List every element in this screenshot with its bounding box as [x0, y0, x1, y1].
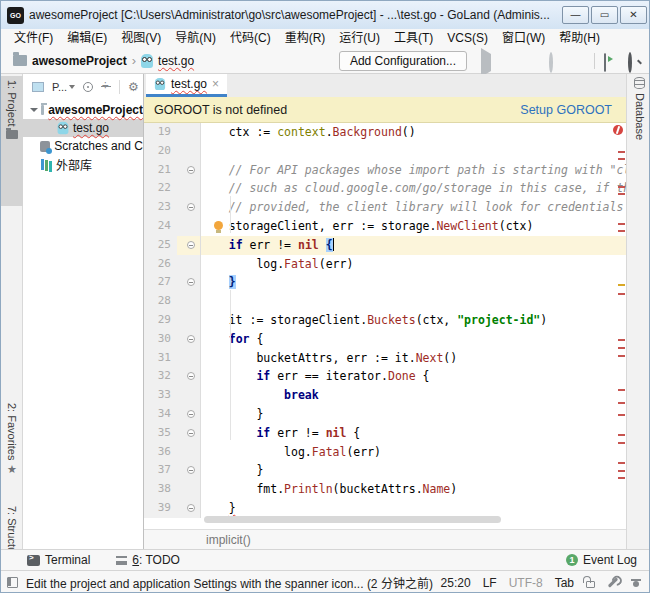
code-text[interactable]: for {	[201, 330, 626, 349]
code-line-38[interactable]: 38 fmt.Println(bucketAttrs.Name)	[144, 480, 626, 499]
fold-gutter[interactable]	[177, 499, 201, 518]
locate-file-icon[interactable]	[83, 82, 93, 92]
fold-marker-icon[interactable]	[187, 335, 195, 343]
error-stripe-mark[interactable]	[618, 223, 625, 225]
run-button[interactable]	[479, 54, 493, 68]
title-bar[interactable]: GO awesomeProject [C:\Users\Administrato…	[1, 1, 650, 29]
tool-stripe-structure[interactable]: 7: Structure	[1, 502, 23, 548]
error-stripe-mark[interactable]	[618, 339, 625, 341]
inspection-error-indicator[interactable]	[613, 125, 623, 135]
error-stripe-mark[interactable]	[618, 442, 625, 444]
tool-stripe-project[interactable]: 1: Project	[1, 76, 23, 206]
breadcrumb-function[interactable]: implicit()	[206, 533, 251, 547]
error-stripe-mark[interactable]	[618, 470, 625, 472]
tool-stripe-favorites[interactable]: 2: Favorites ★	[1, 399, 23, 502]
error-stripe-mark[interactable]	[618, 434, 625, 436]
wrench-icon[interactable]	[608, 577, 619, 588]
profiler-button[interactable]	[548, 54, 562, 68]
code-line-32[interactable]: 32 if err == iterator.Done {	[144, 367, 626, 386]
error-stripe-mark[interactable]	[618, 462, 625, 464]
tool-stripe-database[interactable]: Database	[627, 77, 650, 140]
code-text[interactable]: fmt.Println(bucketAttrs.Name)	[201, 480, 626, 499]
tab-test-go[interactable]: test.go ×	[146, 74, 227, 97]
caret-position[interactable]: 25:20	[441, 576, 471, 590]
code-text[interactable]: storageClient, err := storage.NewClient(…	[201, 217, 626, 236]
maximize-button[interactable]: ▭	[591, 6, 618, 24]
fold-gutter[interactable]	[177, 349, 201, 368]
fold-gutter[interactable]	[177, 405, 201, 424]
fold-marker-icon[interactable]	[187, 504, 195, 512]
menu-item[interactable]: 窗口(W)	[495, 29, 552, 48]
menu-item[interactable]: 运行(U)	[332, 29, 387, 48]
code-line-20[interactable]: 20	[144, 142, 626, 161]
code-line-27[interactable]: 27 }	[144, 273, 626, 292]
menu-item[interactable]: 文件(F)	[7, 29, 60, 48]
tree-item-scratches-and-c[interactable]: Scratches and C	[23, 137, 143, 155]
fold-gutter[interactable]	[177, 161, 201, 180]
breadcrumb-file[interactable]: test.go	[158, 54, 194, 68]
horizontal-scrollbar[interactable]	[204, 516, 501, 523]
menu-item[interactable]: 工具(T)	[387, 29, 440, 48]
fold-gutter[interactable]	[177, 142, 201, 161]
error-stripe-mark[interactable]	[618, 414, 625, 416]
fold-marker-icon[interactable]	[187, 241, 195, 249]
code-line-35[interactable]: 35 if err != nil {	[144, 424, 626, 443]
fold-marker-icon[interactable]	[187, 203, 195, 211]
close-tab-icon[interactable]: ×	[212, 78, 219, 90]
project-view-selector[interactable]: P...	[52, 81, 75, 93]
code-line-37[interactable]: 37 }	[144, 461, 626, 480]
code-line-22[interactable]: 22 // such as cloud.google.com/go/storag…	[144, 179, 626, 198]
run-coverage-button[interactable]	[525, 54, 539, 68]
error-stripe-mark[interactable]	[618, 186, 625, 188]
menu-item[interactable]: 导航(N)	[168, 29, 223, 48]
code-text[interactable]: }	[201, 461, 626, 480]
error-stripe-mark[interactable]	[618, 293, 625, 295]
code-text[interactable]: }	[201, 499, 626, 518]
fold-marker-icon[interactable]	[187, 466, 195, 474]
error-stripe-mark[interactable]	[618, 402, 625, 404]
code-text[interactable]: log.Fatal(err)	[201, 443, 626, 462]
line-separator[interactable]: LF	[483, 576, 497, 590]
tree-item-awesomeproject[interactable]: awesomeProject	[23, 101, 143, 119]
fold-marker-icon[interactable]	[187, 429, 195, 437]
menu-item[interactable]: VCS(S)	[440, 29, 495, 48]
add-configuration-button[interactable]: Add Configuration...	[339, 51, 467, 71]
intention-bulb-icon[interactable]	[214, 221, 223, 230]
code-line-29[interactable]: 29 it := storageClient.Buckets(ctx, "pro…	[144, 311, 626, 330]
fold-gutter[interactable]	[177, 273, 201, 292]
fold-gutter[interactable]	[177, 386, 201, 405]
code-text[interactable]: ctx := context.Background()	[201, 123, 626, 142]
code-text[interactable]: it := storageClient.Buckets(ctx, "projec…	[201, 311, 626, 330]
error-stripe-mark[interactable]	[618, 158, 625, 160]
code-line-26[interactable]: 26 log.Fatal(err)	[144, 255, 626, 274]
minimize-button[interactable]: —	[562, 6, 589, 24]
menu-item[interactable]: 视图(V)	[114, 29, 168, 48]
code-text[interactable]: }	[201, 273, 626, 292]
code-line-39[interactable]: 39 }	[144, 499, 626, 518]
search-everywhere-icon[interactable]	[627, 54, 641, 68]
fold-marker-icon[interactable]	[187, 278, 195, 286]
toolwindow-toggle-icon[interactable]	[7, 577, 18, 588]
tree-item--[interactable]: 外部库	[23, 155, 143, 173]
fold-marker-icon[interactable]	[187, 166, 195, 174]
error-stripe-mark[interactable]	[618, 389, 625, 391]
menu-item[interactable]: 帮助(H)	[552, 29, 607, 48]
code-text[interactable]: bucketAttrs, err := it.Next()	[201, 349, 626, 368]
fold-gutter[interactable]	[177, 480, 201, 499]
tool-stripe-todo[interactable]: 6: TODO	[116, 553, 180, 567]
gear-icon[interactable]: ⚙	[128, 81, 139, 93]
error-stripe-mark[interactable]	[618, 347, 625, 349]
fold-gutter[interactable]	[177, 179, 201, 198]
chevron-expanded-icon[interactable]	[30, 108, 38, 112]
fold-gutter[interactable]	[177, 330, 201, 349]
code-text[interactable]: log.Fatal(err)	[201, 255, 626, 274]
event-log-button[interactable]: 1 Event Log	[566, 553, 637, 567]
code-line-21[interactable]: 21 // For API packages whose import path…	[144, 161, 626, 180]
menu-item[interactable]: 重构(R)	[278, 29, 333, 48]
hector-inspector-icon[interactable]	[631, 578, 641, 588]
fold-gutter[interactable]	[177, 217, 201, 236]
fold-gutter[interactable]	[177, 255, 201, 274]
code-line-31[interactable]: 31 bucketAttrs, err := it.Next()	[144, 349, 626, 368]
tree-item-test-go[interactable]: test.go	[23, 119, 143, 137]
fold-gutter[interactable]	[177, 198, 201, 217]
